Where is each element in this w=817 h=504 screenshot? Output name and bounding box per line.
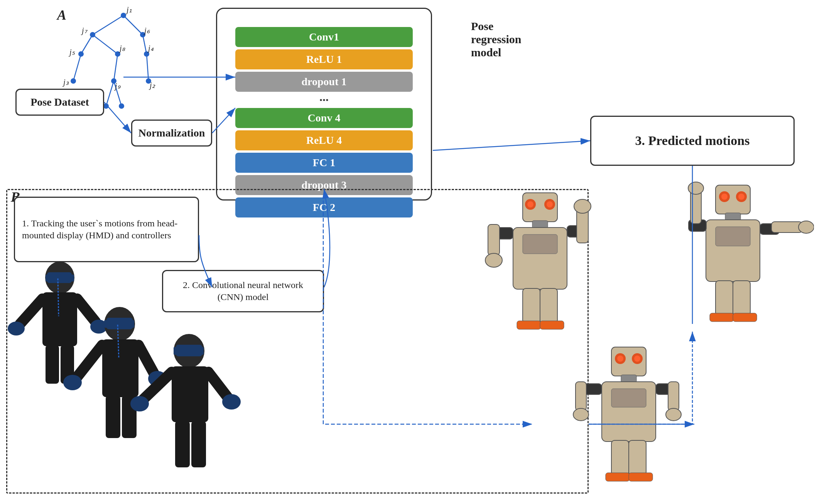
svg-rect-82 [540,321,564,329]
svg-point-10 [121,13,126,18]
layer-dropout1: dropout 1 [235,72,413,92]
layer-conv1: Conv1 [235,27,413,47]
svg-rect-55 [197,347,204,355]
svg-rect-43 [104,320,111,328]
svg-rect-44 [127,320,134,328]
svg-rect-56 [172,366,208,422]
svg-text:j₂: j₂ [149,81,155,90]
layer-conv4: Conv 4 [235,108,413,128]
svg-point-58 [130,396,149,411]
pose-dataset-box: Pose Dataset [15,89,104,116]
svg-point-47 [63,375,82,390]
svg-rect-98 [733,281,750,315]
svg-text:j₁: j₁ [125,5,132,14]
svg-rect-99 [710,313,734,322]
svg-point-87 [738,194,744,200]
svg-point-69 [547,201,553,207]
layer-relu1: ReLU 1 [235,49,413,69]
svg-line-6 [114,54,118,81]
svg-rect-50 [106,396,120,438]
layer-fc1: FC 1 [235,153,413,173]
svg-line-0 [93,15,123,35]
svg-line-35 [20,299,42,324]
svg-rect-39 [46,345,59,384]
pose-regression-label: Pose regression model [468,20,525,59]
svg-point-111 [573,408,589,421]
svg-point-11 [90,32,95,37]
svg-point-20 [119,103,124,109]
svg-rect-95 [771,222,802,233]
svg-point-85 [721,194,728,200]
svg-rect-81 [517,321,541,329]
svg-text:j₇: j₇ [81,26,88,35]
svg-text:j₄: j₄ [147,44,154,53]
svg-rect-79 [523,288,540,323]
svg-point-103 [617,356,623,362]
svg-line-37 [77,299,96,322]
svg-line-46 [76,345,102,378]
svg-rect-33 [68,275,74,281]
svg-point-19 [103,103,109,109]
svg-line-3 [93,35,118,54]
svg-rect-116 [629,440,646,475]
svg-rect-54 [174,347,181,355]
svg-rect-113 [668,382,679,411]
svg-line-5 [73,54,81,81]
svg-point-105 [634,356,640,362]
svg-text:j₅: j₅ [68,48,75,57]
robot-illustrations [478,177,814,501]
svg-point-13 [78,51,84,57]
svg-rect-80 [540,288,557,323]
svg-rect-61 [175,421,190,467]
predicted-motions-box: 3. Predicted motions [590,116,795,166]
svg-point-114 [666,408,681,421]
svg-rect-34 [42,292,77,346]
svg-rect-110 [576,382,586,411]
svg-point-93 [688,182,704,194]
svg-rect-108 [611,389,646,407]
svg-rect-32 [46,275,52,281]
svg-point-78 [574,199,591,213]
svg-point-16 [71,78,76,84]
svg-rect-72 [523,234,557,254]
svg-line-7 [147,54,149,81]
vr-users-illustration [0,247,255,486]
svg-line-2 [81,35,93,54]
svg-line-48 [138,345,154,374]
svg-rect-45 [102,339,138,397]
normalization-box: Normalization [131,120,212,147]
svg-rect-100 [733,313,757,322]
svg-point-36 [8,322,25,335]
svg-point-67 [527,201,533,207]
diagram-container: A Pose regression model Conv1 ReLU 1 dro… [0,0,817,504]
svg-text:j₃: j₃ [62,78,69,87]
svg-line-59 [208,372,228,397]
svg-rect-117 [606,473,630,481]
svg-rect-118 [629,473,653,481]
svg-point-75 [485,253,502,267]
svg-rect-62 [191,421,206,467]
svg-rect-115 [611,440,629,475]
svg-text:j₈: j₈ [118,44,125,53]
layer-relu4: ReLU 4 [235,130,413,150]
svg-line-4 [143,35,147,54]
svg-text:j₆: j₆ [143,26,150,35]
layer-dots: ··· [235,94,413,106]
svg-rect-90 [716,227,750,246]
svg-rect-74 [488,224,500,255]
svg-rect-97 [716,281,733,315]
svg-line-8 [106,81,114,106]
svg-text:j₉: j₉ [114,82,121,91]
svg-point-60 [222,394,241,410]
svg-point-96 [798,221,814,233]
svg-line-1 [123,15,143,35]
